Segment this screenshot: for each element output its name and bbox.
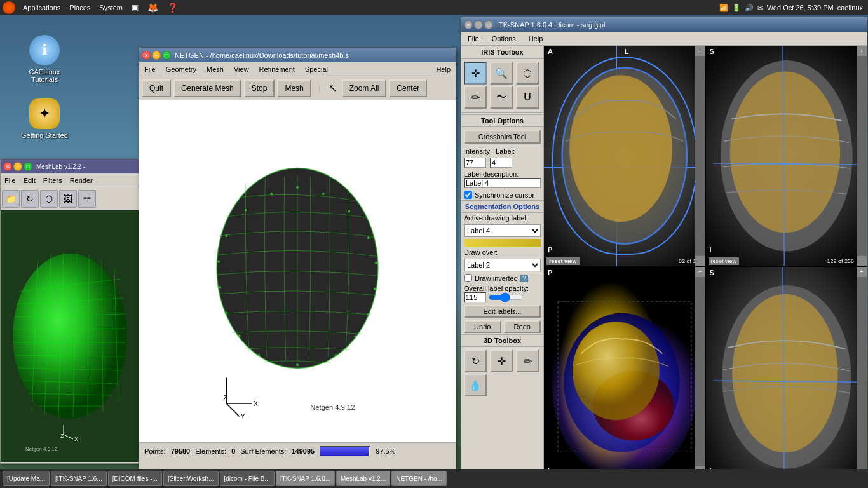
threed-rotate-btn[interactable]: ↻: [464, 349, 487, 372]
threed-spray-btn[interactable]: 💧: [464, 374, 487, 396]
desktop-icon-getting-started[interactable]: ✦ Getting Started: [19, 98, 70, 139]
taskbar-slicer[interactable]: [Slicer:Worksh...: [163, 471, 219, 486]
zoom-all-button[interactable]: Zoom All: [342, 79, 387, 97]
meshlab-filters-menu[interactable]: Filters: [39, 175, 66, 186]
coronal-panel[interactable]: S I reset view 77 of 256 + −: [706, 267, 867, 487]
itksnap-btn2[interactable]: −: [474, 20, 483, 29]
help-icon[interactable]: ❓: [163, 1, 182, 14]
meshlab-image-btn[interactable]: 🖼: [59, 190, 77, 208]
svg-text:Z: Z: [223, 395, 227, 402]
meshlab-close-btn[interactable]: ✕: [3, 162, 12, 171]
sagittal-reset[interactable]: reset view: [546, 257, 580, 264]
undo-tool-btn[interactable]: U: [516, 86, 539, 109]
sagittal-scrollbar[interactable]: + −: [695, 46, 705, 266]
meshlab-minimize-btn[interactable]: −: [13, 162, 22, 171]
draw-over-dropdown[interactable]: Label 2: [464, 259, 541, 271]
meshlab-content: Z X Netgen 4.9.12: [1, 210, 139, 462]
coronal-scrollbar[interactable]: + −: [857, 267, 867, 487]
redo-btn[interactable]: Redo: [504, 320, 541, 333]
svg-point-42: [335, 354, 337, 356]
drawing-label-dropdown[interactable]: Label 4: [464, 224, 541, 237]
itksnap-btn3[interactable]: □: [484, 20, 493, 29]
mesh-button[interactable]: Mesh: [277, 79, 311, 97]
netgen-mesh-menu[interactable]: Mesh: [201, 64, 229, 74]
meshlab-viewport[interactable]: Z X Netgen 4.9.12: [1, 210, 139, 462]
svg-point-30: [348, 210, 350, 213]
threed-scroll-up[interactable]: +: [695, 267, 705, 277]
threed-panel[interactable]: P I accept mesh update mesh reset view +…: [544, 267, 705, 487]
opacity-slider[interactable]: [489, 294, 524, 301]
axial-reset-text[interactable]: reset view: [709, 257, 740, 265]
threed-pan-btn[interactable]: ✛: [490, 349, 513, 372]
system-menu[interactable]: System: [95, 3, 126, 13]
netgen-file-menu[interactable]: File: [139, 64, 161, 74]
undo-btn[interactable]: Undo: [464, 320, 501, 333]
taskbar-itksnap1[interactable]: [ITK-SNAP 1.6...: [51, 471, 107, 486]
terminal-icon[interactable]: ▣: [128, 2, 142, 13]
itksnap-content: IRIS Toolbox ✛ 🔍 ⬡ ✏ 〜 U Tool Options Cr…: [461, 46, 867, 487]
taskbar-netgen[interactable]: NETGEN - /ho...: [391, 471, 447, 486]
svg-text:Netgen 4.9.12: Netgen 4.9.12: [25, 446, 58, 452]
places-menu[interactable]: Places: [65, 3, 94, 13]
itksnap-help-menu[interactable]: Help: [522, 34, 550, 44]
netgen-geometry-menu[interactable]: Geometry: [161, 64, 201, 74]
datetime-display: Wed Oct 26, 5:39 PM: [767, 4, 834, 11]
meshlab-folder-btn[interactable]: 📁: [2, 190, 20, 208]
taskbar-dicom-file[interactable]: [dicom - File B...: [220, 471, 275, 486]
apps-menu[interactable]: Applications: [19, 3, 64, 13]
center-button[interactable]: Center: [389, 79, 427, 97]
netgen-refinement-menu[interactable]: Refinement: [254, 64, 300, 74]
zoom-tool-btn[interactable]: 🔍: [490, 62, 513, 85]
meshlab-layers-btn[interactable]: ≡≡: [78, 190, 96, 208]
taskbar-meshlab[interactable]: MeshLab v1.2...: [336, 471, 390, 486]
coronal-scroll-up[interactable]: +: [857, 267, 867, 277]
netgen-close-btn[interactable]: ✕: [142, 51, 151, 60]
generate-mesh-button[interactable]: Generate Mesh: [173, 79, 241, 97]
firefox-icon[interactable]: 🦊: [144, 1, 162, 14]
axial-scroll-down[interactable]: −: [857, 256, 867, 266]
desktop-icon-caelinux[interactable]: ℹ CAELinux Tutorials: [19, 35, 70, 83]
meshlab-file-menu[interactable]: File: [1, 175, 20, 186]
netgen-special-menu[interactable]: Special: [300, 64, 333, 74]
netgen-maximize-btn[interactable]: □: [162, 51, 171, 60]
netgen-mesh-visualization: Z X Y Netgen 4.9.12: [139, 100, 456, 442]
crosshair-tool-btn[interactable]: ✛: [464, 62, 487, 85]
threed-scrollbar[interactable]: + 📷 +: [695, 267, 705, 487]
taskbar-itksnap2[interactable]: ITK-SNAP 1.6.0...: [276, 471, 335, 486]
netgen-view-menu[interactable]: View: [229, 64, 254, 74]
taskbar-dicom-files[interactable]: [DICOM files -...: [108, 471, 162, 486]
snake-tool-btn[interactable]: 〜: [490, 86, 513, 109]
netgen-help-menu[interactable]: Help: [431, 64, 456, 74]
taskbar-update[interactable]: [Update Ma...: [3, 471, 50, 486]
axial-reset[interactable]: reset view: [709, 257, 740, 264]
meshlab-edit-menu[interactable]: Edit: [20, 175, 39, 186]
meshlab-rotate-btn[interactable]: ↻: [21, 190, 39, 208]
tool-options-label: Tool Options: [461, 114, 543, 127]
netgen-viewport[interactable]: Z X Y Netgen 4.9.12: [139, 100, 456, 442]
paint-tool-btn[interactable]: ✏: [464, 86, 487, 109]
stop-button[interactable]: Stop: [244, 79, 275, 97]
draw-inverted-checkbox[interactable]: [464, 274, 472, 282]
sagittal-panel[interactable]: A L P reset view 82 of 124 + −: [544, 46, 705, 266]
sync-cursor-checkbox[interactable]: [464, 191, 472, 199]
meshlab-maximize-btn[interactable]: □: [24, 162, 32, 171]
sagittal-reset-text[interactable]: reset view: [546, 257, 580, 265]
sagittal-scroll-down[interactable]: −: [695, 256, 705, 266]
polygon-tool-btn[interactable]: ⬡: [516, 62, 539, 85]
meshlab-render-menu[interactable]: Render: [66, 175, 97, 186]
meshlab-polygon-btn[interactable]: ⬡: [40, 190, 58, 208]
itksnap-options-menu[interactable]: Options: [485, 34, 522, 44]
netgen-minimize-btn[interactable]: −: [152, 51, 161, 60]
axial-scrollbar[interactable]: + −: [857, 46, 867, 266]
crosshairs-tool-btn[interactable]: Crosshairs Tool: [464, 130, 541, 144]
help-question-btn[interactable]: ?: [520, 274, 528, 282]
threed-probe-btn[interactable]: ✏: [516, 349, 539, 372]
itksnap-btn1[interactable]: ✕: [464, 20, 473, 29]
axial-scroll-up[interactable]: +: [857, 46, 867, 56]
itksnap-file-menu[interactable]: File: [461, 34, 485, 44]
sagittal-scroll-up[interactable]: +: [695, 46, 705, 56]
quit-button[interactable]: Quit: [142, 79, 171, 97]
axial-panel[interactable]: S I reset view 129 of 256 + −: [706, 46, 867, 266]
edit-labels-btn[interactable]: Edit labels...: [464, 305, 541, 318]
intensity-values-row: 77 4: [461, 156, 543, 169]
